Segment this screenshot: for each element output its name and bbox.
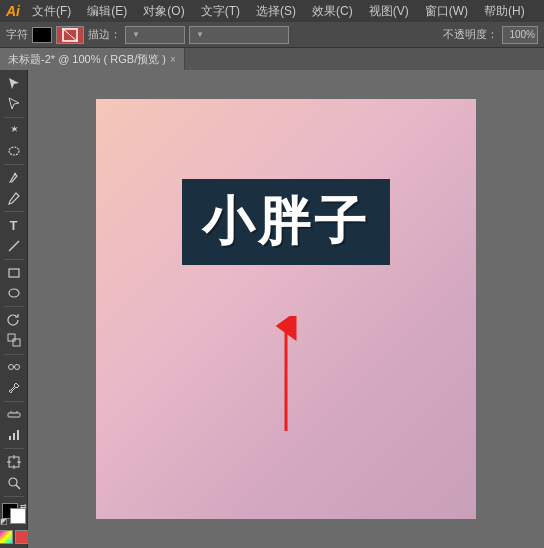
magic-wand-tool[interactable] [3,121,25,139]
tool-sep-4 [4,259,24,260]
color-mode-row [0,530,29,544]
menu-effect[interactable]: 效果(C) [308,3,357,20]
color-swatch-black[interactable] [32,27,52,43]
stroke-dropdown-arrow: ▼ [132,30,140,39]
eyedropper-tool[interactable] [3,379,25,397]
scale-tool[interactable] [3,331,25,349]
lasso-tool[interactable] [3,142,25,160]
special-color-swatch[interactable] [15,530,29,544]
stroke-mode-btn[interactable] [56,26,84,44]
stroke-label: 描边： [88,27,121,42]
menu-text[interactable]: 文字(T) [197,3,244,20]
opacity-label: 不透明度： [443,27,498,42]
svg-rect-7 [8,334,15,341]
tool-sep-5 [4,306,24,307]
svg-line-4 [9,241,19,251]
tool-sep-6 [4,354,24,355]
svg-rect-12 [8,413,20,417]
svg-point-6 [9,289,19,297]
svg-line-1 [62,28,78,42]
svg-point-3 [13,173,15,175]
svg-rect-17 [13,433,15,440]
svg-point-24 [9,478,17,486]
tool-sep-8 [4,448,24,449]
main-area: T [0,70,544,548]
tab-name: 未标题-2* @ 100% ( RGB/预览 ) [8,52,166,67]
menu-window[interactable]: 窗口(W) [421,3,472,20]
document-tab[interactable]: 未标题-2* @ 100% ( RGB/预览 ) × [0,48,185,70]
tab-close-btn[interactable]: × [170,54,176,65]
blend-tool[interactable] [3,358,25,376]
stroke-dropdown[interactable]: ▼ [125,26,185,44]
menu-view[interactable]: 视图(V) [365,3,413,20]
artboard-tool[interactable] [3,453,25,471]
tool-sep-7 [4,401,24,402]
text-object-box[interactable]: 小胖子 [182,179,390,265]
tool-sep-3 [4,211,24,212]
ellipse-tool[interactable] [3,284,25,302]
zoom-tool[interactable] [3,473,25,491]
app-logo: Ai [6,3,20,19]
menu-help[interactable]: 帮助(H) [480,3,529,20]
svg-rect-18 [17,430,19,440]
rotate-tool[interactable] [3,311,25,329]
tool-sep-1 [4,117,24,118]
tool-sep-2 [4,164,24,165]
tool-sep-9 [4,496,24,497]
document-canvas[interactable]: 小胖子 [96,99,476,519]
default-colors-icon: ◩ [0,517,8,526]
menu-edit[interactable]: 编辑(E) [83,3,131,20]
opacity-field[interactable]: 100% [502,26,538,44]
direct-select-tool[interactable] [3,94,25,112]
svg-point-10 [14,365,19,370]
svg-line-25 [16,485,20,489]
chart-tool[interactable] [3,426,25,444]
tab-bar: 未标题-2* @ 100% ( RGB/预览 ) × [0,48,544,70]
svg-point-2 [9,147,19,155]
menu-object[interactable]: 对象(O) [139,3,188,20]
opacity-value-text: 100% [509,29,535,40]
menu-select[interactable]: 选择(S) [252,3,300,20]
title-bar: Ai 文件(F) 编辑(E) 对象(O) 文字(T) 选择(S) 效果(C) 视… [0,0,544,22]
color-gradient-swatch[interactable] [0,530,13,544]
style-dropdown-arrow: ▼ [196,30,204,39]
left-toolbar: T [0,70,28,548]
menu-file[interactable]: 文件(F) [28,3,75,20]
canvas-area: 小胖子 [28,70,544,548]
select-tool[interactable] [3,74,25,92]
red-arrow [261,316,311,439]
svg-rect-8 [13,339,20,346]
color-swatches: ⇄ ◩ [2,503,26,525]
line-tool[interactable] [3,236,25,254]
canvas-text[interactable]: 小胖子 [202,187,370,257]
pencil-tool[interactable] [3,189,25,207]
pen-tool[interactable] [3,169,25,187]
options-bar: 字符 描边： ▼ ▼ 不透明度： 100% [0,22,544,48]
character-label: 字符 [6,27,28,42]
type-tool[interactable]: T [3,216,25,234]
svg-rect-5 [9,269,19,277]
rectangle-tool[interactable] [3,264,25,282]
measure-tool[interactable] [3,406,25,424]
style-dropdown[interactable]: ▼ [189,26,289,44]
svg-point-9 [8,365,13,370]
swap-colors-btn[interactable]: ⇄ [20,502,27,511]
svg-rect-16 [9,436,11,440]
